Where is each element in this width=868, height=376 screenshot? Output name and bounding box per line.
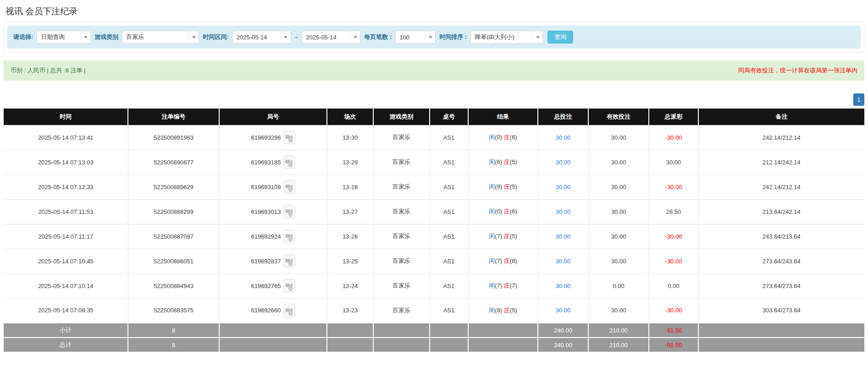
table-body: 2025-05-14 07:13:41 522500891963 6196932…: [4, 125, 864, 323]
time-cell: 2025-05-14 07:10:45: [4, 249, 128, 273]
video-icon[interactable]: [283, 131, 295, 144]
payout-cell: -30.00: [649, 298, 698, 323]
result-player-label: 闲: [489, 134, 495, 141]
result-cell: 闲(7) 庄(5): [468, 224, 538, 249]
table-row: 2025-05-14 07:11:53 522500888299 6196930…: [4, 199, 864, 224]
game-type-cell: 百家乐: [373, 224, 430, 249]
time-cell: 2025-05-14 07:13:03: [4, 150, 128, 174]
page-size-select[interactable]: [395, 31, 436, 44]
game-type-cell: 百家乐: [373, 174, 430, 199]
page-1-button[interactable]: 1: [853, 93, 864, 106]
round-id-cell: 619693109: [219, 174, 327, 199]
subtotal-empty-cell: [430, 323, 468, 338]
video-icon[interactable]: [283, 279, 295, 293]
result-banker-score: (5): [510, 183, 517, 190]
query-mode-value[interactable]: [37, 31, 80, 43]
table-no-cell: AS1: [430, 174, 468, 199]
result-player-score: (7): [495, 233, 502, 240]
time-cell: 2025-05-14 07:11:53: [4, 199, 128, 224]
subtotal-label: 小计: [4, 323, 128, 338]
result-player-label: 闲: [489, 208, 495, 215]
result-cell: 闲(7) 庄(7): [468, 273, 538, 298]
video-icon[interactable]: [283, 304, 295, 317]
result-player-score: (8): [495, 307, 502, 314]
game-type-label: 游戏类别: [94, 33, 118, 41]
round-id-cell: 619692837: [219, 249, 327, 273]
video-icon[interactable]: [283, 229, 295, 243]
video-icon[interactable]: [283, 155, 295, 169]
total-bet-cell: 30.00: [538, 249, 588, 273]
table-row: 2025-05-14 07:13:41 522500891963 6196932…: [4, 125, 864, 150]
col-time: 时间: [4, 109, 128, 125]
date-to-dropdown-button[interactable]: [350, 31, 360, 43]
total-bet-cell: 30.00: [538, 199, 588, 224]
subtotal-empty-cell: [327, 323, 373, 338]
session-cell: 13-24: [327, 273, 373, 298]
payout-cell: -30.00: [649, 249, 698, 273]
time-sort-value[interactable]: [471, 31, 532, 43]
col-round-id: 局号: [219, 109, 327, 125]
session-cell: 13-29: [327, 150, 373, 174]
result-banker-label: 庄: [504, 233, 510, 240]
valid-bet-cell: 30.00: [588, 224, 649, 249]
time-cell: 2025-05-14 07:09:35: [4, 298, 128, 323]
result-banker-score: (8): [510, 257, 517, 264]
video-icon[interactable]: [283, 180, 295, 194]
bet-id-cell: 522500886051: [128, 249, 219, 273]
result-cell: 闲(8) 庄(5): [468, 298, 538, 323]
date-from-value[interactable]: [233, 31, 281, 43]
bet-id-cell: 522500889629: [128, 174, 219, 199]
table-row: 2025-05-14 07:13:03 522500890677 6196931…: [4, 150, 864, 174]
result-player-score: (9): [495, 183, 502, 190]
time-sort-select[interactable]: [470, 31, 543, 44]
remark-cell: 273.64/273.64: [698, 273, 864, 298]
page-size-label: 每页笔数 :: [364, 33, 392, 41]
round-id-cell: 619693286: [219, 125, 327, 150]
result-cell: 闲(9) 庄(5): [468, 174, 538, 199]
date-range-separator: ~: [295, 34, 299, 41]
query-mode-dropdown-button[interactable]: [80, 31, 90, 43]
col-bet-id: 注单编号: [128, 109, 219, 125]
subtotal-valid-bet: 210.00: [588, 323, 649, 338]
col-payout: 总派彩: [649, 109, 698, 125]
col-result: 结果: [468, 109, 538, 125]
result-banker-label: 庄: [504, 158, 510, 165]
session-cell: 13-23: [327, 298, 373, 323]
session-cell: 13-30: [327, 125, 373, 150]
result-player-label: 闲: [489, 183, 495, 190]
result-banker-score: (7): [510, 282, 517, 289]
remark-cell: 242.14/212.14: [698, 125, 864, 150]
date-from-select[interactable]: [232, 31, 291, 44]
total-count: 8: [128, 338, 219, 352]
remark-cell: 303.64/273.64: [698, 298, 864, 323]
time-sort-label: 时间排序 :: [439, 33, 467, 41]
time-sort-dropdown-button[interactable]: [532, 31, 542, 43]
total-label: 总计: [4, 338, 128, 352]
table-row: 2025-05-14 07:11:17 522500887097 6196929…: [4, 224, 864, 249]
total-bet-cell: 30.00: [538, 174, 588, 199]
game-type-select[interactable]: [122, 31, 199, 44]
time-cell: 2025-05-14 07:12:33: [4, 174, 128, 199]
game-type-cell: 百家乐: [373, 150, 430, 174]
search-button[interactable]: 查询: [547, 31, 573, 44]
game-type-cell: 百家乐: [373, 125, 430, 150]
subtotal-payout: -91.50: [649, 323, 698, 338]
remark-cell: 243.64/213.64: [698, 224, 864, 249]
total-bet-cell: 30.00: [538, 150, 588, 174]
page-size-value[interactable]: [396, 31, 425, 43]
round-id-text: 619692924: [251, 233, 281, 240]
date-to-select[interactable]: [302, 31, 360, 44]
table-footer: 小计 8 240.00 210.00 -91.50 总计 8: [4, 323, 864, 352]
date-from-dropdown-button[interactable]: [281, 31, 291, 43]
result-player-label: 闲: [489, 233, 495, 240]
video-icon[interactable]: [283, 254, 295, 268]
payout-cell: 28.50: [649, 199, 698, 224]
query-mode-select[interactable]: [37, 31, 91, 44]
result-banker-score: (5): [510, 158, 517, 165]
date-to-value[interactable]: [302, 31, 350, 43]
game-type-value[interactable]: [122, 31, 188, 43]
video-icon[interactable]: [283, 205, 295, 218]
table-no-cell: AS1: [430, 273, 468, 298]
game-type-dropdown-button[interactable]: [188, 31, 199, 43]
page-size-dropdown-button[interactable]: [425, 31, 435, 43]
